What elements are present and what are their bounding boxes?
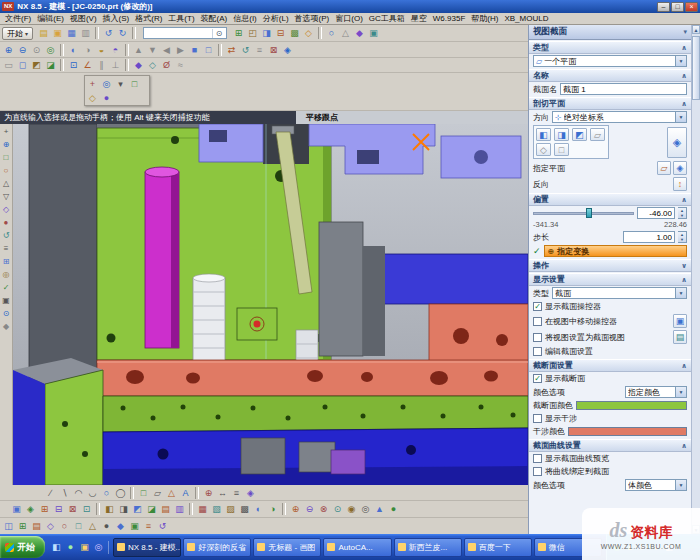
step-spinner[interactable]: ▲▼	[678, 231, 687, 243]
maximize-button[interactable]: □	[671, 2, 684, 12]
perpendicular-icon[interactable]: ⊥	[109, 59, 122, 72]
tool-icon[interactable]: ◫	[2, 520, 15, 533]
menu-item[interactable]: 首选项(P)	[292, 13, 333, 24]
zoom-out-icon[interactable]: ⊖	[16, 43, 29, 56]
tool-icon[interactable]: ▤	[30, 520, 43, 533]
tool-icon[interactable]: △	[86, 520, 99, 533]
tool-icon[interactable]: ⊡	[80, 503, 93, 516]
menu-item[interactable]: 帮助(H)	[468, 13, 501, 24]
angle-icon[interactable]: ∠	[81, 59, 94, 72]
plane-yz-icon[interactable]: ◧	[536, 128, 551, 141]
tool-icon[interactable]: ◆	[114, 520, 127, 533]
sloped-line-icon[interactable]: ∖	[58, 486, 71, 499]
plane-xy-icon[interactable]: ◩	[572, 128, 587, 141]
layer-settings-icon[interactable]: ≡	[253, 43, 266, 56]
spline-icon[interactable]: ◈	[244, 486, 257, 499]
tool-icon[interactable]: ●	[387, 503, 400, 516]
tool-icon[interactable]: ⊙	[331, 503, 344, 516]
section-header-name[interactable]: 名称 ∧	[529, 69, 691, 82]
view-as-section-checkbox[interactable]	[533, 333, 542, 342]
constraint-icon[interactable]: ≡	[230, 486, 243, 499]
search-icon[interactable]: ⊙	[212, 29, 225, 38]
circle-icon[interactable]: ○	[100, 486, 113, 499]
bottom-view-icon[interactable]: □	[202, 43, 215, 56]
tool-icon[interactable]: ◐	[252, 503, 265, 516]
select-point-icon[interactable]: +	[1, 126, 12, 137]
menu-item[interactable]: 视图(V)	[67, 13, 100, 24]
endpoint-snap-icon[interactable]: □	[128, 77, 141, 90]
front-view-icon[interactable]: ▼	[146, 43, 159, 56]
section-header-display[interactable]: 显示设置 ∧	[529, 273, 691, 286]
save-icon[interactable]: ▦	[65, 27, 78, 40]
menu-item[interactable]: 文件(F)	[2, 13, 34, 24]
curve-color-dropdown[interactable]: 体颜色 ▼	[625, 479, 687, 491]
plane-fixed-icon[interactable]: □	[554, 143, 569, 156]
curve-preview-checkbox[interactable]	[533, 454, 542, 463]
draft-icon[interactable]: △	[339, 27, 352, 40]
plane-dialog-icon[interactable]: ◈	[673, 161, 687, 175]
section-settings-icon[interactable]: ▤	[673, 330, 687, 344]
taskbar-button[interactable]: 无标题 - 画图	[253, 538, 321, 557]
plane-xz-icon[interactable]: ◨	[554, 128, 569, 141]
polygon-icon[interactable]: ▱	[151, 486, 164, 499]
unite-icon[interactable]: ◆	[353, 27, 366, 40]
snap-options-arrow-icon[interactable]: ▾	[114, 77, 127, 90]
grid-icon[interactable]: ⊞	[1, 256, 12, 267]
tool-icon[interactable]: ▥	[173, 503, 186, 516]
point-create-icon[interactable]: ⊕	[202, 486, 215, 499]
offset-slider-handle[interactable]	[586, 208, 592, 218]
menu-item[interactable]: 分析(L)	[260, 13, 292, 24]
shaded-view-icon[interactable]: ◐	[67, 43, 80, 56]
command-finder-input[interactable]	[144, 28, 212, 38]
tool-icon[interactable]: ▦	[196, 503, 209, 516]
tool-icon[interactable]: ◨	[117, 503, 130, 516]
minimize-button[interactable]: –	[657, 2, 670, 12]
revolve-icon[interactable]: ○	[325, 27, 338, 40]
snap-endpoint-icon[interactable]: □	[1, 152, 12, 163]
analysis-icon[interactable]: ◇	[146, 59, 159, 72]
extrude-icon[interactable]: ◨	[260, 27, 273, 40]
step-input[interactable]	[623, 231, 675, 243]
show-interference-checkbox[interactable]	[533, 414, 542, 423]
interference-color-swatch[interactable]	[568, 427, 687, 436]
menu-item[interactable]: XB_MOULD	[501, 14, 551, 23]
line-icon[interactable]: ∕	[44, 486, 57, 499]
3d-viewport[interactable]	[13, 124, 528, 485]
nx-start-button[interactable]: 开始 ▾	[2, 27, 33, 40]
taskbar-button[interactable]: 新西兰皮...	[394, 538, 462, 557]
point-snap-icon[interactable]: +	[86, 77, 99, 90]
line-tool-icon[interactable]: ▭	[2, 59, 15, 72]
center-snap-icon[interactable]: ◎	[100, 77, 113, 90]
section-header-plane[interactable]: 剖切平面 ∧	[529, 97, 691, 110]
offset-spinner[interactable]: ▲▼	[678, 207, 687, 219]
rotate-view-icon[interactable]: ↺	[239, 43, 252, 56]
snap-circle-icon[interactable]: ○	[1, 165, 12, 176]
parallel-icon[interactable]: ∥	[95, 59, 108, 72]
tool-icon[interactable]: ⊕	[289, 503, 302, 516]
tool-icon[interactable]: ⊞	[16, 520, 29, 533]
tool-icon[interactable]: ◑	[266, 503, 279, 516]
open-icon[interactable]: ▣	[51, 27, 64, 40]
text-tool-icon[interactable]: A	[179, 486, 192, 499]
show-cap-checkbox[interactable]	[533, 374, 542, 383]
tool-icon[interactable]: ◈	[24, 503, 37, 516]
section-view-icon[interactable]: ⊠	[267, 43, 280, 56]
list-icon[interactable]: ≡	[1, 243, 12, 254]
menu-item[interactable]: 信息(I)	[230, 13, 260, 24]
curve-analysis-icon[interactable]: ≈	[174, 59, 187, 72]
taskbar-button[interactable]: 百度一下	[464, 538, 532, 557]
tool-icon[interactable]: ⊟	[52, 503, 65, 516]
offset-slider[interactable]	[533, 207, 634, 219]
tool-icon[interactable]: ◪	[145, 503, 158, 516]
hole-icon[interactable]: ⊟	[274, 27, 287, 40]
left-view-icon[interactable]: ◀	[160, 43, 173, 56]
quick-launch-browser-icon[interactable]: ◧	[50, 541, 63, 554]
tool-icon[interactable]: ▣	[10, 503, 23, 516]
active-selection-step[interactable]: ⊕ 指定变换	[544, 245, 687, 257]
section-header-curves[interactable]: 截面曲线设置 ∧	[529, 439, 691, 452]
fit-view-icon[interactable]: ⊙	[30, 43, 43, 56]
triangle-icon[interactable]: △	[165, 486, 178, 499]
wireframe-view-icon[interactable]: ◑	[81, 43, 94, 56]
dimension-icon[interactable]: ↔	[216, 486, 229, 499]
tool-icon[interactable]: ◇	[44, 520, 57, 533]
